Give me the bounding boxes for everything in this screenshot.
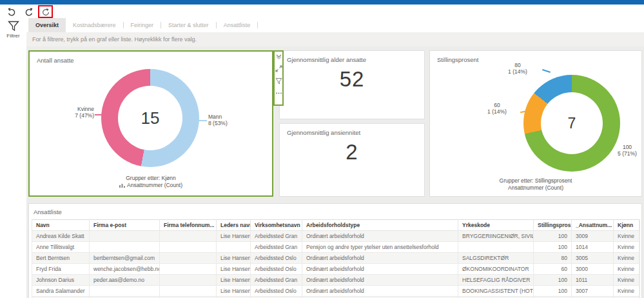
slice-label-80[interactable]: 80 1 (14%) [494,62,541,75]
visual-options-toolbar [273,50,284,106]
column-header[interactable]: Yrkeskode [458,220,534,231]
table-row[interactable]: Johnson Dariuspeder.aas@demo.noLise Hans… [32,275,640,286]
table-cell [90,231,160,242]
kpi-value: 2 [280,140,424,164]
column-header[interactable]: Kjønn [614,220,639,231]
table-cell: ØKONOMIKOORDINATOR [458,264,534,275]
kpi-value: 52 [280,67,424,92]
card-gjennomsnittlig-ansiennitet[interactable]: Gjennomsnittlig ansiennitet 2 [279,123,425,197]
table-header-row: NavnFirma e-postFirma telefonnum...Leder… [32,220,640,231]
slice-label-60[interactable]: 60 1 (14%) [474,102,520,115]
reset-icon[interactable] [41,8,50,17]
table-cell: Kvinne [614,231,639,242]
donut-stillingsprosent[interactable]: 7 [523,75,620,172]
table-title: Ansattliste [29,204,641,215]
tab-kostnadsb-rere[interactable]: Kostnadsbærere [66,18,123,32]
table-cell: Kvinne [614,275,639,286]
tab-separator [257,22,258,28]
column-header[interactable]: Arbeidsforholdstype [302,220,458,231]
table-cell: Arbeidssted Oslo [251,253,302,264]
table-cell: Ordinært arbeidsforhold [302,253,458,264]
table-cell: Arbeidssted Oslo [251,286,302,297]
tab-starter-slutter[interactable]: Starter & slutter [161,18,216,32]
table-cell: 3009 [572,231,614,242]
table-cell [160,231,217,242]
column-header[interactable]: Virksomhetsnavn [251,220,302,231]
measure-label: Ansattnummer (Count) [127,182,182,189]
table-cell [160,264,217,275]
table-cell: 100 [534,242,572,253]
table-cell: Andreas Kilde Skatt [32,231,90,242]
table-cell: 60 [534,264,572,275]
column-header[interactable] [639,220,640,231]
table-cell: wenche.jacobsen@hebb.no [90,264,160,275]
column-header[interactable]: Firma e-post [90,220,160,231]
table-cell: 1011 [572,275,614,286]
expand-icon[interactable] [275,65,282,72]
table-cell: Ordinært arbeidsforhold [302,264,458,275]
table-cell: Lise Hansen [217,264,251,275]
table-cell: Bert Berntsen [32,253,90,264]
column-header[interactable]: Navn [32,220,90,231]
table-cell: BRYGGERIINGENIØR, SIVIL [458,231,534,242]
leader-line [95,114,103,115]
table-cell [160,286,217,297]
more-icon[interactable] [275,90,282,97]
table-cell: Ordinært arbeidsforhold [302,275,458,286]
table-row[interactable]: Anne TillitsvalgtArbeidssted GranPensjon… [32,242,640,253]
table-cell [160,275,217,286]
filter-funnel-icon[interactable] [8,21,19,32]
card-title: Gjennomsnittlig alder ansatte [280,51,424,63]
table-cell: Kvinne [614,286,639,297]
bar-chart-icon [119,183,125,188]
table-cell: Lise Hansen [217,253,251,264]
donut-antall-ansatte[interactable]: 15 [101,69,199,167]
card-gjennomsnittlig-alder[interactable]: Gjennomsnittlig alder ansatte 52 [279,50,425,119]
table-body: Andreas Kilde SkattLise HansenArbeidsste… [32,231,640,298]
table-cell [639,231,640,242]
table-row[interactable]: Sandra SalamanderLise HansenArbeidssted … [32,286,640,297]
column-header[interactable]: Stillingspros... [534,220,572,231]
table-cell [639,275,640,286]
table-row[interactable]: Bert Berntsenbertberntsen@gmail.comLise … [32,253,640,264]
table-cell: 100 [534,286,572,297]
table-cell: Sandra Salamander [32,286,90,297]
group-by-label: Grupper etter: Stillingsprosent [430,177,641,184]
table-cell: Anne Tillitsvalgt [32,242,90,253]
card-stillingsprosent[interactable]: Stillingsprosent 7 80 1 (14%) 60 1 (14%)… [429,50,642,197]
chevron-down-icon[interactable] [275,53,282,60]
table-row[interactable]: Fryd Fridawenche.jacobsen@hebb.noLise Ha… [32,264,640,275]
tab-oversikt[interactable]: Oversikt [28,18,66,32]
column-header[interactable]: Firma telefonnum... [160,220,217,231]
column-header[interactable]: _Ansattnum... [572,220,614,231]
table-cell [160,253,217,264]
filter-pane-label: Filtrer [0,33,26,39]
filter-icon[interactable] [275,77,282,84]
table-cell [639,286,640,297]
tab-feiringer[interactable]: Feiringer [124,18,161,32]
table-row[interactable]: Andreas Kilde SkattLise HansenArbeidsste… [32,231,640,242]
table-cell: Arbeidssted Gran [251,275,302,286]
filter-pane: Filtrer [0,19,26,298]
slice-label-100[interactable]: 100 5 (71%) [613,144,641,157]
table-cell: 100 [534,231,572,242]
undo-icon[interactable] [6,6,17,17]
table-cell: Arbeidssted Oslo [251,264,302,275]
slice-label-kvinne[interactable]: Kvinne 7 (47%) [35,106,94,119]
dashboard-canvas: Antall ansatte 15 Kvinne 7 (47%) Mann 8 … [26,46,644,298]
card-title: Gjennomsnittlig ansiennitet [280,124,424,136]
leader-line [199,120,207,121]
table-cell: Arbeidssted Gran [251,242,302,253]
table-cell [639,242,640,253]
chart-footer: Grupper etter: Stillingsprosent Ansattnu… [430,177,641,192]
employee-table: NavnFirma e-postFirma telefonnum...Leder… [32,219,640,298]
tab-ansattliste[interactable]: Ansattliste [217,18,258,32]
column-header[interactable]: Leders navn [217,220,251,231]
donut-center-value: 7 [568,115,576,132]
card-title: Antall ansatte [30,52,272,64]
table-cell [217,242,251,253]
card-antall-ansatte[interactable]: Antall ansatte 15 Kvinne 7 (47%) Mann 8 … [28,50,273,197]
slice-label-mann[interactable]: Mann 8 (53%) [208,114,247,126]
group-by-label: Grupper etter: Kjønn [30,175,272,182]
redo-icon[interactable] [24,6,34,17]
